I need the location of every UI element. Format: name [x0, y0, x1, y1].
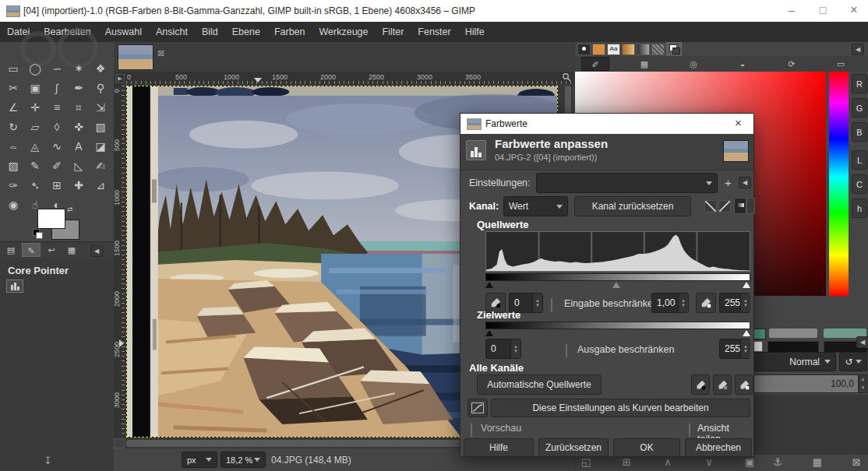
tool-free-select[interactable]: ∽ [46, 59, 68, 79]
tool-fuzzy-select[interactable]: ✶ [68, 59, 90, 79]
panel-menu-icon[interactable]: ◀ [90, 245, 103, 257]
tool-move[interactable]: ✛ [24, 98, 46, 118]
tab-tool-options[interactable]: ▤ [2, 243, 20, 257]
layer-mode-select[interactable]: Normal [750, 352, 836, 371]
tool-handle-transform[interactable]: ✜ [68, 118, 90, 137]
dock-tab-mypaint-brushes[interactable] [651, 44, 665, 55]
output-slider-track[interactable] [485, 330, 750, 337]
toggle-perceptual-icon[interactable] [746, 198, 755, 214]
tool-zoom[interactable]: ⚲ [90, 79, 111, 98]
zoom-select[interactable]: 18,2 % [221, 452, 266, 468]
menu-ansicht[interactable]: Ansicht [149, 22, 195, 42]
auto-input-levels-button[interactable]: Automatische Quellwerte [477, 374, 602, 395]
default-colors-icon[interactable] [36, 232, 43, 239]
tool-select-by-color[interactable]: ❖ [90, 59, 111, 79]
menu-bild[interactable]: Bild [195, 22, 225, 42]
delete-layer-button[interactable]: ⊠ [849, 456, 863, 469]
quickmask-toggle[interactable] [114, 438, 125, 448]
dock-tab-patterns[interactable] [592, 44, 605, 55]
duplicate-layer-button[interactable]: ▣ [743, 456, 757, 469]
input-slider-track[interactable] [485, 282, 750, 289]
tool-blur-sharpen[interactable]: ◉ [2, 195, 24, 215]
merge-layer-button[interactable]: ▦ [810, 456, 824, 469]
tool-flip[interactable]: ⇔ [2, 137, 24, 156]
swap-colors-icon[interactable]: ⇄ [67, 206, 73, 213]
color-tab-scales[interactable]: ▭ [827, 57, 855, 71]
pattern-preview[interactable] [767, 341, 819, 353]
image-tab-thumbnail[interactable] [118, 44, 153, 70]
output-high-slider[interactable] [743, 330, 750, 336]
gradient-preview[interactable] [769, 329, 817, 338]
output-clamp-checkbox[interactable] [566, 343, 567, 358]
tool-eraser[interactable]: ◺ [68, 156, 90, 176]
new-layer-button[interactable]: ◱ [579, 456, 593, 469]
channel-button-B[interactable]: B [852, 122, 867, 142]
foreground-color-swatch[interactable] [37, 209, 65, 229]
toggle-linear-icon[interactable] [734, 198, 746, 214]
tool-align[interactable]: ≡ [46, 98, 68, 118]
unit-select[interactable]: px [182, 452, 217, 468]
menu-auswahl[interactable]: Auswahl [98, 22, 149, 42]
tool-pencil[interactable]: ✎ [24, 156, 46, 176]
tool-unified-transform[interactable]: ⇲ [90, 98, 111, 118]
color-tab-watercolor[interactable]: ◒ [729, 57, 757, 71]
input-gamma-slider[interactable] [612, 282, 620, 288]
mode-reset-button[interactable]: ↺ [839, 352, 867, 371]
pick-white-point-button[interactable] [696, 293, 716, 313]
dock-tab-colors-active[interactable] [666, 42, 682, 57]
maximize-button[interactable]: □ [807, 0, 838, 22]
tool-measure[interactable]: ∠ [2, 98, 24, 118]
tool-cage-transform[interactable]: ◬ [24, 137, 46, 156]
tool-shear[interactable]: ▱ [24, 118, 46, 137]
tab-device-status[interactable]: ✎ [22, 243, 41, 257]
color-history-swatch[interactable] [753, 329, 766, 339]
dock-tab-gradients[interactable] [622, 44, 635, 55]
lower-layer-button[interactable]: ∨ [702, 456, 716, 469]
horizontal-ruler[interactable]: ▶ 0500100015002000250030003500 [114, 72, 574, 84]
tool-clone[interactable]: ⊞ [46, 176, 68, 195]
tool-ellipse-select[interactable]: ◯ [24, 59, 46, 79]
tool-perspective-clone[interactable]: ⊿ [90, 176, 111, 195]
dock-tab-palettes[interactable] [637, 44, 650, 55]
preview-checkbox[interactable] [471, 423, 472, 438]
tool-text[interactable]: A [68, 137, 90, 156]
menu-farben[interactable]: Farben [267, 22, 312, 42]
input-gamma-spin[interactable]: 1,00▲▼ [651, 293, 689, 313]
curves-icon[interactable] [468, 399, 488, 417]
tool-scissors-select[interactable]: ✂ [2, 79, 24, 98]
output-low-spin[interactable]: 0▲▼ [485, 339, 521, 359]
menu-ebene[interactable]: Ebene [225, 22, 267, 42]
color-tab-gimp[interactable]: ✐ [581, 57, 609, 71]
tool-bucket-fill[interactable]: ◪ [90, 137, 111, 156]
linear-histogram-icon[interactable] [704, 200, 717, 213]
pick-all-black-button[interactable] [691, 374, 710, 395]
panel-menu-icon[interactable]: ◀ [852, 44, 864, 55]
save-device-status-icon[interactable]: ↧ [44, 455, 52, 466]
presets-menu-icon[interactable]: ◀ [739, 177, 751, 188]
menu-hilfe[interactable]: Hilfe [458, 22, 492, 42]
menu-fenster[interactable]: Fenster [411, 22, 457, 42]
color-tab-wheel[interactable]: ◎ [679, 57, 707, 71]
tool-heal[interactable]: ✚ [68, 176, 90, 195]
minimize-button[interactable]: – [776, 0, 807, 22]
color-tab-printer[interactable]: ⟳ [778, 57, 806, 71]
hue-strip[interactable] [829, 72, 849, 296]
opacity-slider[interactable]: 100,0 [750, 374, 859, 393]
input-clamp-checkbox[interactable] [551, 297, 552, 312]
close-button[interactable]: × [838, 0, 868, 22]
tool-threed-transform[interactable]: ▧ [90, 118, 111, 137]
tool-paths[interactable]: ∫ [46, 79, 68, 98]
pick-all-gray-button[interactable] [713, 374, 732, 395]
device-tool-icon[interactable] [6, 279, 23, 293]
input-high-slider[interactable] [743, 282, 750, 288]
channel-button-C[interactable]: C [852, 174, 867, 194]
split-view-checkbox[interactable] [689, 423, 690, 438]
tool-warp-transform[interactable]: ∿ [46, 137, 68, 156]
new-group-button[interactable]: ⊞ [619, 456, 633, 469]
layers-list[interactable] [750, 395, 868, 455]
menu-werkzeuge[interactable]: Werkzeuge [312, 22, 376, 42]
edit-as-curves-button[interactable]: Diese Einstellungen als Kurven bearbeite… [491, 399, 750, 417]
input-high-spin[interactable]: 255▲▼ [719, 293, 750, 313]
channel-button-h[interactable]: h [852, 199, 867, 218]
presets-select[interactable] [536, 173, 718, 193]
